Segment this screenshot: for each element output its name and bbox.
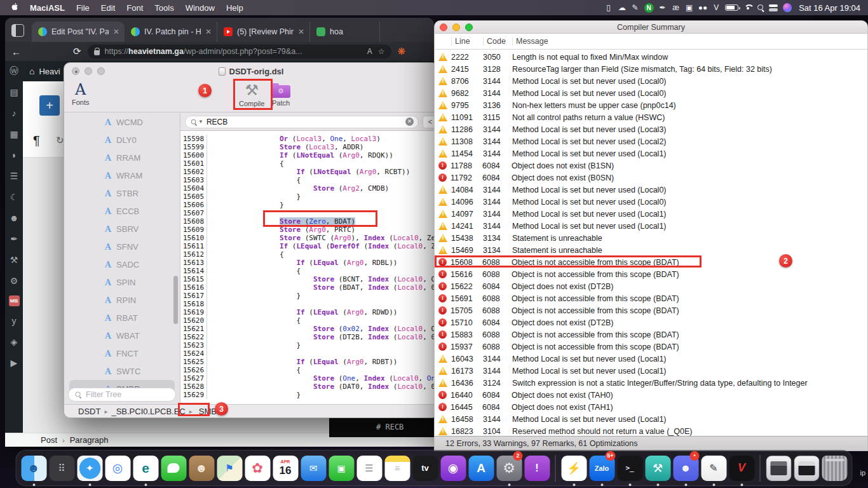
trash[interactable] xyxy=(822,452,848,484)
tree-item[interactable]: A DLY0 xyxy=(69,131,175,149)
tab-close-icon[interactable]: ✕ xyxy=(113,27,119,36)
menu-clock[interactable]: Sat 16 Apr 19:04 xyxy=(799,3,860,13)
tree-item[interactable]: A RBAT xyxy=(69,309,175,327)
breadcrumb-post[interactable]: Post xyxy=(41,435,57,445)
home-icon[interactable]: ⌂ xyxy=(29,66,34,76)
compiler-row[interactable]: 9795 3136 Non-hex letters must be upper … xyxy=(435,99,867,111)
menu-item[interactable]: Edit xyxy=(95,3,121,13)
chrome[interactable]: ◎ xyxy=(105,452,131,484)
apple-menu-icon[interactable] xyxy=(5,2,24,13)
pen-icon[interactable]: ✎ xyxy=(631,3,640,13)
tree-item[interactable]: A SFNV xyxy=(69,238,175,255)
ae-text-icon[interactable]: æ xyxy=(672,3,681,13)
app-store[interactable]: A xyxy=(468,452,494,484)
zoom-window-icon[interactable] xyxy=(97,67,105,75)
column-message[interactable]: Message xyxy=(512,37,867,46)
media-icon[interactable]: ♪ xyxy=(8,107,20,119)
compiler-row[interactable]: 16043 3144 Method Local is set but never… xyxy=(435,353,867,365)
close-window-icon[interactable] xyxy=(72,67,79,75)
tree-item[interactable]: A SPIN xyxy=(69,273,175,291)
yoast-seo-icon[interactable]: y xyxy=(8,315,20,327)
spotlight-search-icon[interactable] xyxy=(757,4,764,11)
zoom-window-icon[interactable] xyxy=(465,24,473,31)
tab-close-icon[interactable]: ✕ xyxy=(205,27,212,36)
crumb-scope[interactable]: _SB.PCI0.LPCB.EC xyxy=(111,407,185,416)
brush-icon[interactable]: ✒ xyxy=(8,233,20,245)
menu-item[interactable]: File xyxy=(71,3,95,13)
messenger[interactable]: ⚡ xyxy=(561,452,587,484)
compiler-row[interactable]: 14096 3144 Method Local is set but never… xyxy=(435,196,867,208)
compiler-row[interactable]: 15710 6084 Object does not exist (DT2B) xyxy=(435,316,867,329)
mb-plugin-icon[interactable]: MB xyxy=(9,295,20,306)
reminders[interactable]: ☰ xyxy=(356,452,383,484)
compiler-row[interactable]: 15691 6088 Object is not accessible from… xyxy=(435,292,867,304)
safari[interactable]: ✦ xyxy=(77,452,103,484)
mail[interactable]: ✉ xyxy=(301,452,327,484)
compiler-row[interactable]: 11308 3144 Method Local is set but never… xyxy=(435,135,867,147)
tree-item[interactable]: A RPIN xyxy=(69,291,175,309)
media-folder-icon[interactable]: ▤ xyxy=(8,86,20,98)
compiler-row[interactable]: 15616 6088 Object is not accessible from… xyxy=(435,268,867,280)
launchpad[interactable]: ⠿ xyxy=(49,452,75,484)
contacts[interactable]: ☻ xyxy=(189,452,215,484)
battery-icon[interactable] xyxy=(725,4,738,11)
pages-icon[interactable]: ▦ xyxy=(8,128,20,140)
separator[interactable] xyxy=(555,455,556,482)
tree-item[interactable]: A RRAM xyxy=(69,149,175,166)
tree-item[interactable]: A WBAT xyxy=(69,327,175,344)
compiler-row[interactable]: 15438 3134 Statement is unreachable xyxy=(435,232,867,244)
calendar[interactable]: APR 16 xyxy=(273,452,299,484)
control-center-icon[interactable] xyxy=(769,4,778,11)
tree-item[interactable]: A SBRV xyxy=(69,220,175,238)
diamond-plugin-icon[interactable]: ◈ xyxy=(8,336,20,348)
paragraph-block-icon[interactable]: ¶ xyxy=(33,133,40,148)
minimize-window-icon[interactable] xyxy=(452,24,460,31)
compiler-row[interactable]: 16436 3124 Switch expression is not a st… xyxy=(435,377,867,389)
minimize-window-icon[interactable] xyxy=(85,67,92,75)
filter-tree-input[interactable]: Filter Tree xyxy=(68,388,176,402)
maps[interactable]: ⚑ xyxy=(217,452,243,484)
apple-tv[interactable]: tv xyxy=(412,452,438,484)
iphone-mirroring-icon[interactable]: ▯ xyxy=(604,3,613,13)
tree-item[interactable]: A ECCB xyxy=(69,202,175,220)
reload-icon[interactable]: ⟳ xyxy=(73,46,81,57)
compiler-row[interactable]: 16440 6084 Object does not exist (TAH0) xyxy=(435,389,867,401)
compiler-row[interactable]: 15937 6088 Object is not accessible from… xyxy=(435,341,867,353)
posts-layout-icon[interactable]: ☰ xyxy=(8,170,20,182)
compiler-row[interactable]: 11788 6084 Object does not exist (B1SN) xyxy=(435,159,867,172)
nordvpn-icon[interactable]: N xyxy=(644,3,654,13)
discord[interactable]: ☻ • xyxy=(673,452,699,484)
appearance-moon-icon[interactable]: ☾ xyxy=(8,191,20,203)
separator[interactable] xyxy=(760,455,761,482)
tips[interactable]: ! xyxy=(524,452,550,484)
browser-tab[interactable]: IV. Patch pin - He ✕ xyxy=(125,22,217,42)
notes[interactable]: ≡ xyxy=(384,452,410,484)
compiler-row[interactable]: 11454 3144 Method Local is set but never… xyxy=(435,147,867,159)
compiler-row[interactable]: 11091 3115 Not all control paths return … xyxy=(435,111,867,123)
tree-item[interactable]: A WCMD xyxy=(69,113,175,131)
siri-icon[interactable] xyxy=(783,3,792,12)
facetime[interactable]: ▣ xyxy=(329,452,355,484)
tree-scrollbar[interactable] xyxy=(173,276,178,324)
browser-tab[interactable]: hoa xyxy=(310,22,380,42)
settings-sliders-icon[interactable]: ⚙ xyxy=(8,274,20,287)
photos[interactable]: ✿ xyxy=(245,452,271,484)
compiler-row[interactable]: 16445 6084 Object does not exist (TAH1) xyxy=(435,401,867,413)
wordpress-logo-icon[interactable]: Ⓦ xyxy=(8,65,20,78)
podcasts[interactable]: ◉ xyxy=(440,452,466,484)
tab-close-icon[interactable]: ✕ xyxy=(298,27,304,36)
back-icon[interactable]: ← xyxy=(11,46,21,57)
minimized-window[interactable] xyxy=(766,452,792,484)
address-bar[interactable]: https://heavietnam.ga/wp-admin/post.php?… xyxy=(88,44,391,58)
textedit[interactable]: ✎ xyxy=(701,452,727,484)
reader-mode-icon[interactable]: A xyxy=(367,47,372,56)
tree-item[interactable]: A STBR xyxy=(69,184,175,202)
menu-item[interactable]: Help xyxy=(220,3,249,13)
edge[interactable]: e xyxy=(133,452,159,484)
tools-wrench-icon[interactable]: ⚒ xyxy=(8,254,20,266)
browser-tab[interactable]: Edit Post "IV. Patc ✕ xyxy=(32,22,125,42)
compiler-row[interactable]: 2222 3050 Length is not equal to fixed M… xyxy=(435,51,867,63)
tree-item[interactable]: A SADC xyxy=(69,255,175,273)
compiler-row[interactable]: 14084 3144 Method Local is set but never… xyxy=(435,184,867,196)
compiler-row[interactable]: 14097 3144 Method Local is set but never… xyxy=(435,208,867,220)
